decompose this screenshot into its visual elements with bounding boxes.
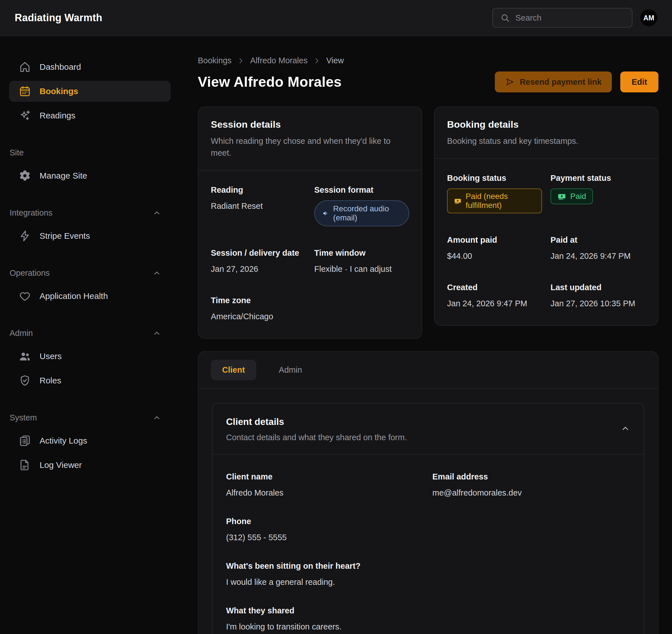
section-header-system[interactable]: System [9, 413, 171, 422]
field-label: Time window [314, 248, 409, 258]
sparkles-icon [19, 109, 31, 122]
collapse-chevron-up-icon[interactable] [621, 424, 630, 433]
chevron-up-icon [152, 269, 161, 277]
field-payment-status: Payment status Paid [551, 173, 645, 213]
field-session-format: Session format Recorded audio (email) [314, 185, 409, 226]
field-last-updated: Last updated Jan 27, 2026 10:35 PM [551, 283, 645, 308]
field-value: Jan 24, 2026 9:47 PM [551, 251, 645, 261]
sidebar-item-activity-logs[interactable]: Activity Logs [9, 430, 171, 451]
sidebar-item-application-health[interactable]: Application Health [9, 286, 171, 307]
sidebar-item-label: Stripe Events [40, 231, 90, 241]
sidebar-item-readings[interactable]: Readings [9, 105, 171, 126]
search-box[interactable] [492, 8, 632, 28]
sidebar-item-stripe-events[interactable]: Stripe Events [9, 225, 171, 246]
top-bar: Radiating Warmth AM [0, 0, 672, 36]
sidebar-item-label: Manage Site [40, 171, 87, 180]
sidebar-item-log-viewer[interactable]: Log Viewer [9, 455, 171, 476]
main-content: Bookings Alfredo Morales View View Alfre… [181, 36, 672, 634]
sidebar-item-label: Users [40, 351, 62, 361]
breadcrumb-view: View [326, 56, 344, 65]
card-subtitle: Booking status and key timestamps. [447, 135, 628, 147]
booking-status-badge: Paid (needs fulfillment) [447, 189, 542, 213]
client-details-card: Client details Contact details and what … [212, 403, 644, 634]
section-header-integrations[interactable]: Integrations [9, 208, 171, 218]
sidebar-item-label: Log Viewer [40, 460, 82, 470]
resend-payment-link-button[interactable]: Resend payment link [495, 72, 612, 92]
chevron-right-icon [313, 57, 320, 65]
booking-details-card: Booking details Booking status and key t… [434, 106, 658, 326]
banknote-icon [454, 196, 462, 205]
section-label: Site [9, 148, 24, 157]
section-label: Operations [9, 268, 50, 278]
section-header-operations[interactable]: Operations [9, 268, 171, 278]
field-value: I'm looking to transition careers. [226, 622, 630, 631]
card-subtitle: Which reading they chose and when they'd… [211, 135, 392, 159]
field-value: Radiant Reset [211, 201, 306, 211]
field-value: Jan 27, 2026 [211, 265, 306, 274]
sidebar-section-system: System Activity Logs Log Viewer [9, 413, 171, 476]
client-card-body: Client name Alfredo Morales Email addres… [213, 455, 644, 634]
search-input[interactable] [515, 13, 625, 23]
field-phone: Phone (312) 555 - 5555 [226, 517, 630, 542]
section-label: System [9, 413, 37, 422]
avatar[interactable]: AM [640, 9, 657, 26]
field-label: Time zone [211, 296, 306, 305]
booking-card-header: Booking details Booking status and key t… [435, 107, 658, 158]
breadcrumb-client[interactable]: Alfredo Morales [250, 56, 308, 65]
card-title: Client details [226, 416, 407, 427]
field-label: Booking status [447, 173, 542, 183]
document-icon [19, 459, 31, 471]
banknote-icon [557, 192, 566, 201]
chevron-up-icon [152, 329, 161, 338]
field-value: I would like a general reading. [226, 578, 630, 587]
sidebar: Dashboard Bookings Readings Site Manage … [0, 36, 181, 634]
session-card-header: Session details Which reading they chose… [198, 107, 422, 170]
field-value: Jan 24, 2026 9:47 PM [447, 299, 542, 308]
breadcrumb: Bookings Alfredo Morales View [198, 56, 658, 65]
field-session-date: Session / delivery date Jan 27, 2026 [211, 248, 306, 274]
field-value: me@alfredomorales.dev [432, 488, 630, 497]
chevron-up-icon [152, 414, 161, 422]
client-card-heading: Client details Contact details and what … [226, 416, 407, 442]
page-header: View Alfredo Morales Resend payment link… [198, 72, 658, 92]
app-title: Radiating Warmth [15, 12, 102, 24]
clipboard-icon [19, 435, 31, 447]
sidebar-item-bookings[interactable]: Bookings [9, 81, 171, 102]
session-details-card: Session details Which reading they chose… [198, 106, 422, 339]
tab-bar: Client Admin [198, 352, 658, 389]
sidebar-item-manage-site[interactable]: Manage Site [9, 165, 171, 186]
booking-card-body: Booking status Paid (needs fulfillment) … [435, 159, 658, 325]
tab-client[interactable]: Client [211, 360, 256, 380]
badge-label: Paid [570, 192, 586, 201]
field-label: What they shared [226, 606, 630, 615]
field-label: Session format [314, 185, 409, 195]
sidebar-section-operations: Operations Application Health [9, 268, 171, 307]
sidebar-item-label: Dashboard [40, 62, 81, 72]
section-label: Admin [9, 328, 33, 338]
edit-button[interactable]: Edit [620, 72, 658, 92]
app-root: Radiating Warmth AM Dashboard Bookings R… [0, 0, 672, 634]
sidebar-item-users[interactable]: Users [9, 346, 171, 367]
resend-label: Resend payment link [520, 77, 602, 87]
tab-admin[interactable]: Admin [268, 360, 313, 380]
chevron-right-icon [237, 57, 244, 65]
field-label: Phone [226, 517, 630, 526]
sidebar-item-dashboard[interactable]: Dashboard [9, 56, 171, 77]
card-subtitle: Contact details and what they shared on … [226, 433, 407, 442]
sidebar-section-site: Site Manage Site [9, 148, 171, 186]
field-timezone: Time zone America/Chicago [211, 296, 306, 321]
lightning-icon [19, 230, 31, 242]
sidebar-item-roles[interactable]: Roles [9, 370, 171, 391]
breadcrumb-bookings[interactable]: Bookings [198, 56, 232, 65]
tab-body: Client details Contact details and what … [198, 389, 658, 634]
sidebar-section-integrations: Integrations Stripe Events [9, 208, 171, 246]
field-time-window: Time window Flexible · I can adjust [314, 248, 409, 274]
sidebar-item-label: Activity Logs [40, 436, 87, 445]
section-header-admin[interactable]: Admin [9, 328, 171, 338]
home-icon [19, 61, 31, 73]
search-icon [500, 13, 510, 23]
topbar-right: AM [492, 8, 657, 28]
field-email: Email address me@alfredomorales.dev [432, 472, 630, 497]
field-booking-status: Booking status Paid (needs fulfillment) [447, 173, 542, 213]
field-label: Session / delivery date [211, 248, 306, 258]
